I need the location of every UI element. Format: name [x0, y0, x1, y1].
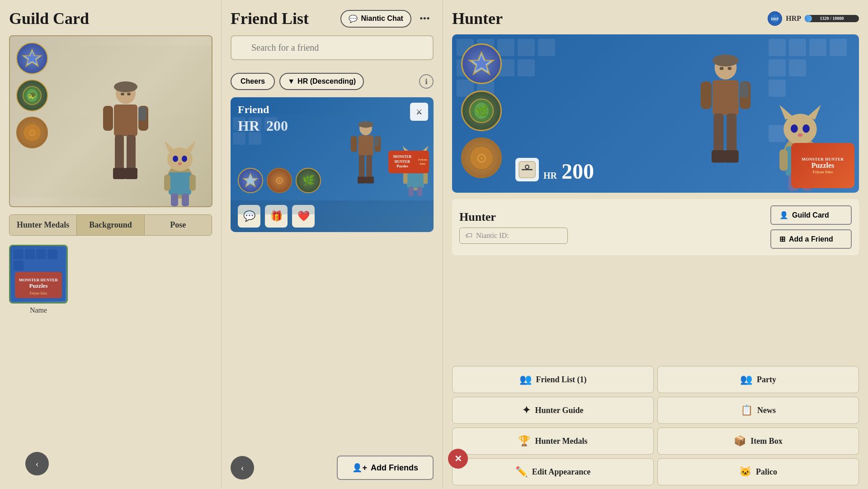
guild-card-preview: 🐢 ⊙ [9, 35, 212, 207]
nav-hunter-medals-label: Hunter Medals [535, 437, 587, 446]
add-friend-qr-icon: ⊞ [779, 235, 785, 243]
svg-rect-52 [351, 136, 357, 152]
nav-party-label: Party [757, 375, 776, 385]
bg-thumbnail-puzzles[interactable]: MONSTER HUNTER Puzzles Felyne Isles [9, 245, 68, 304]
svg-marker-117 [779, 105, 793, 120]
svg-text:⊙: ⊙ [476, 151, 487, 165]
svg-text:🐢: 🐢 [28, 91, 37, 100]
cheers-button[interactable]: Cheers [231, 73, 275, 90]
tab-background[interactable]: Background [77, 215, 144, 235]
palico-icon: 🐱 [739, 466, 751, 478]
svg-rect-111 [725, 150, 739, 163]
friend-badges-row: ⊙ 🌿 [238, 168, 321, 200]
nav-edit-appearance[interactable]: ✕ ✏️ Edit Appearance [452, 458, 654, 485]
nav-hunter-medals[interactable]: 🏆 Hunter Medals [452, 427, 654, 455]
svg-point-114 [727, 67, 731, 70]
svg-point-120 [802, 124, 810, 133]
tab-hunter-medals[interactable]: Hunter Medals [9, 215, 77, 235]
hc-badge-coin: ⊙ [461, 138, 502, 178]
filter-row: Cheers ▼ HR (Descending) ℹ [231, 73, 434, 90]
niantic-id-field[interactable]: 🏷 Niantic ID: [459, 228, 568, 244]
friend-card-settings-button[interactable]: ⚔ [410, 103, 428, 121]
svg-point-9 [114, 81, 137, 92]
guild-card-badges: 🐢 ⊙ [16, 43, 48, 148]
svg-rect-106 [701, 81, 712, 109]
news-icon: 📋 [741, 404, 753, 416]
svg-marker-48 [243, 173, 258, 187]
add-friends-button[interactable]: 👤+ Add Friends [337, 456, 434, 480]
svg-rect-13 [115, 135, 124, 171]
guild-card-title: Guild Card [9, 9, 212, 28]
svg-rect-110 [712, 150, 726, 163]
guild-card-tabs: Hunter Medals Background Pose [9, 214, 212, 236]
right-header: Hunter HRP HRP 1320 / 10000 [452, 9, 859, 28]
more-button[interactable]: ••• [416, 11, 434, 26]
nav-news[interactable]: 📋 News [657, 397, 859, 424]
niantic-id-icon: 🏷 [465, 232, 472, 240]
friend-card: ⚔ Friend HR 200 ⊙ 🌿 [231, 97, 434, 232]
hunter-character [90, 80, 162, 206]
svg-rect-57 [366, 176, 374, 183]
badge-turtle: 🐢 [16, 80, 48, 111]
tab-pose[interactable]: Pose [145, 215, 212, 235]
niantic-id-input[interactable] [512, 232, 557, 239]
item-box-icon: 📦 [734, 435, 746, 447]
header-actions: 💬 Niantic Chat ••• [340, 10, 434, 28]
svg-rect-56 [358, 176, 366, 183]
nav-party[interactable]: 👥 Party [657, 366, 859, 393]
svg-rect-109 [726, 114, 736, 154]
svg-point-19 [127, 93, 131, 95]
bottom-nav-grid: 👥 Friend List (1) 👥 Party ✦ Hunter Guide… [452, 366, 859, 485]
svg-point-50 [358, 122, 373, 128]
add-friend-icon: 👤+ [352, 463, 367, 473]
svg-rect-36 [47, 249, 57, 259]
svg-rect-77 [518, 39, 535, 56]
svg-point-119 [791, 124, 798, 133]
sort-button[interactable]: ▼ HR (Descending) [279, 73, 364, 90]
svg-rect-89 [769, 59, 786, 76]
svg-text:⊙: ⊙ [28, 128, 36, 138]
guild-card-button[interactable]: 👤 Guild Card [770, 205, 852, 225]
nav-item-box[interactable]: 📦 Item Box [657, 427, 859, 455]
svg-rect-31 [182, 194, 189, 206]
nav-news-label: News [757, 406, 776, 415]
svg-rect-17 [138, 107, 146, 120]
add-friend-button[interactable]: ⊞ Add a Friend [770, 229, 852, 249]
mid-panel: Friend List 💬 Niantic Chat ••• 🔍 Cheers … [222, 0, 443, 489]
add-friend-btn-label: Add a Friend [789, 235, 833, 243]
chevron-down-icon: ▼ [288, 77, 295, 85]
nav-palico[interactable]: 🐱 Palico [657, 458, 859, 485]
svg-text:MONSTER HUNTER: MONSTER HUNTER [19, 278, 58, 282]
svg-text:Puzzles: Puzzles [29, 282, 47, 289]
mid-header: Friend List 💬 Niantic Chat ••• [231, 9, 434, 28]
svg-rect-91 [769, 80, 786, 97]
niantic-id-label: Niantic ID: [476, 232, 509, 240]
svg-rect-88 [830, 39, 847, 56]
hrp-value: 1320 / 10000 [805, 15, 859, 22]
svg-rect-33 [14, 249, 24, 259]
info-button[interactable]: ℹ [419, 74, 434, 89]
badge-coin: ⊙ [16, 117, 48, 148]
hunter-info-section: Hunter 🏷 Niantic ID: 👤 Guild Card ⊞ Add … [452, 199, 859, 255]
sort-label: HR (Descending) [297, 77, 356, 85]
svg-text:🌿: 🌿 [475, 105, 489, 118]
svg-rect-108 [713, 114, 723, 154]
svg-rect-43 [233, 117, 245, 130]
nav-arrow-left[interactable]: ‹ [25, 452, 49, 475]
friend-char-area: MONSTER HUNTERPuzzlesFelyne Isles [339, 119, 434, 200]
close-button[interactable]: ✕ [448, 449, 468, 469]
hunter-card-logo: MONSTER HUNTER Puzzles Felyne Isles [791, 143, 854, 188]
add-friends-label: Add Friends [371, 463, 418, 473]
friend-badge-coin: ⊙ [267, 168, 292, 193]
svg-rect-90 [789, 59, 806, 76]
bg-grid-row: MONSTER HUNTER Puzzles Felyne Isles Name [9, 245, 212, 314]
svg-point-18 [121, 93, 124, 95]
hunter-hr-badge [515, 158, 539, 181]
nav-arrow-mid[interactable]: ‹ [231, 456, 254, 480]
search-input[interactable] [231, 35, 434, 60]
svg-rect-14 [127, 135, 136, 171]
nav-hunter-guide[interactable]: ✦ Hunter Guide [452, 397, 654, 424]
niantic-chat-button[interactable]: 💬 Niantic Chat [340, 10, 411, 28]
friend-list-icon: 👥 [519, 374, 532, 385]
nav-friend-list[interactable]: 👥 Friend List (1) [452, 366, 654, 393]
